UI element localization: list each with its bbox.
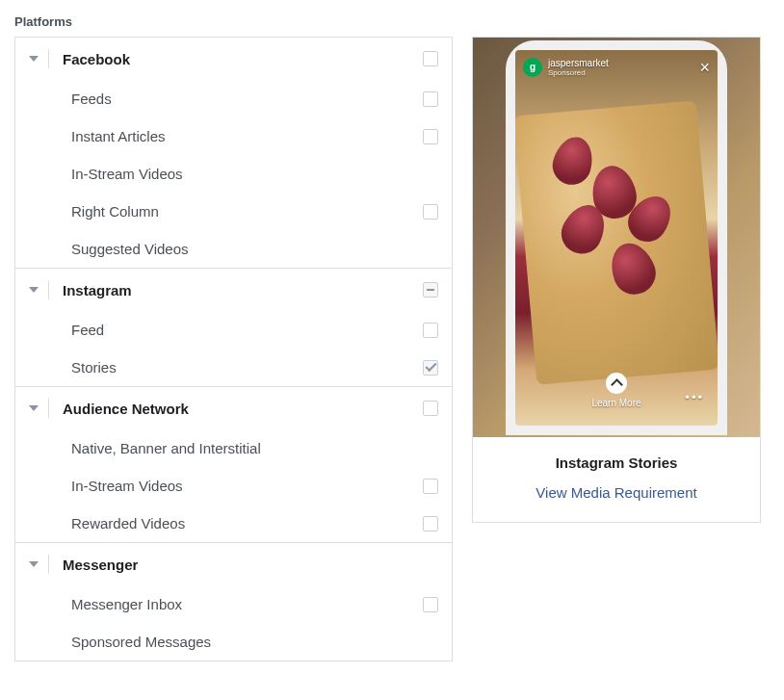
placement-checkbox[interactable]: [423, 360, 438, 376]
placement-item[interactable]: Sponsored Messages: [15, 623, 452, 661]
brand-name: jaspersmarket: [548, 58, 693, 68]
placement-label: Instant Articles: [71, 128, 423, 144]
platform-header[interactable]: Messenger: [15, 543, 452, 585]
chevron-down-icon[interactable]: [29, 405, 39, 411]
platform-group: InstagramFeedStories: [15, 269, 452, 387]
preview-title: Instagram Stories: [488, 454, 745, 471]
placement-label: Sponsored Messages: [71, 634, 438, 650]
section-title: Platforms: [14, 14, 770, 29]
placement-label: Feed: [71, 322, 423, 338]
placement-label: Native, Banner and Interstitial: [71, 440, 438, 456]
placement-checkbox[interactable]: [423, 479, 438, 494]
placement-label: In-Stream Videos: [71, 478, 423, 494]
placement-item[interactable]: Native, Banner and Interstitial: [15, 429, 452, 467]
platform-checkbox[interactable]: [423, 282, 438, 298]
placement-checkbox[interactable]: [423, 91, 438, 107]
placement-item[interactable]: Suggested Videos: [15, 230, 452, 268]
platform-name: Facebook: [63, 51, 423, 67]
divider: [48, 555, 49, 574]
placement-item[interactable]: Feed: [15, 311, 452, 349]
view-media-requirement-link[interactable]: View Media Requirement: [536, 484, 696, 501]
story-cta: Learn More: [515, 398, 718, 408]
placement-item[interactable]: Rewarded Videos: [15, 505, 452, 542]
chevron-down-icon[interactable]: [29, 561, 39, 567]
chevron-down-icon[interactable]: [29, 287, 39, 293]
placement-item[interactable]: In-Stream Videos: [15, 155, 452, 193]
placement-checkbox[interactable]: [423, 516, 438, 531]
platform-header[interactable]: Instagram: [15, 269, 452, 311]
placement-item[interactable]: Messenger Inbox: [15, 585, 452, 623]
placement-item[interactable]: Right Column: [15, 193, 452, 230]
platform-header[interactable]: Facebook: [15, 38, 452, 80]
placement-checkbox[interactable]: [423, 597, 438, 612]
placement-label: In-Stream Videos: [71, 166, 438, 182]
placement-label: Suggested Videos: [71, 241, 438, 257]
platform-checkbox[interactable]: [423, 401, 438, 416]
divider: [48, 399, 49, 418]
placement-item[interactable]: Instant Articles: [15, 117, 452, 155]
platforms-list: FacebookFeedsInstant ArticlesIn-Stream V…: [14, 37, 453, 661]
placement-item[interactable]: Stories: [15, 349, 452, 386]
sponsored-label: Sponsored: [548, 68, 693, 77]
placement-label: Right Column: [71, 203, 423, 220]
platform-group: Audience NetworkNative, Banner and Inter…: [15, 387, 452, 543]
close-icon[interactable]: ×: [699, 59, 710, 76]
preview-card: g jaspersmarket Sponsored × Learn More •…: [472, 37, 761, 523]
placement-label: Rewarded Videos: [71, 515, 423, 531]
platform-name: Messenger: [63, 557, 438, 573]
divider: [48, 49, 49, 68]
phone-frame: g jaspersmarket Sponsored × Learn More •…: [506, 40, 727, 435]
chevron-down-icon[interactable]: [29, 56, 39, 62]
divider: [48, 280, 49, 299]
swipe-up-icon[interactable]: [606, 373, 627, 394]
brand-avatar-icon: g: [523, 58, 542, 77]
platform-checkbox[interactable]: [423, 51, 438, 66]
placement-item[interactable]: In-Stream Videos: [15, 467, 452, 505]
platform-group: MessengerMessenger InboxSponsored Messag…: [15, 543, 452, 661]
phone-screen: g jaspersmarket Sponsored × Learn More •…: [515, 50, 718, 426]
placement-checkbox[interactable]: [423, 323, 438, 338]
platform-name: Audience Network: [63, 401, 423, 417]
platform-header[interactable]: Audience Network: [15, 387, 452, 429]
placement-label: Stories: [71, 359, 423, 376]
placement-checkbox[interactable]: [423, 204, 438, 220]
placement-checkbox[interactable]: [423, 129, 438, 144]
placement-label: Feeds: [71, 91, 423, 107]
placement-label: Messenger Inbox: [71, 596, 423, 612]
platform-group: FacebookFeedsInstant ArticlesIn-Stream V…: [15, 38, 452, 269]
phone-preview: g jaspersmarket Sponsored × Learn More •…: [473, 38, 760, 437]
platform-name: Instagram: [63, 282, 423, 298]
placement-item[interactable]: Feeds: [15, 80, 452, 117]
